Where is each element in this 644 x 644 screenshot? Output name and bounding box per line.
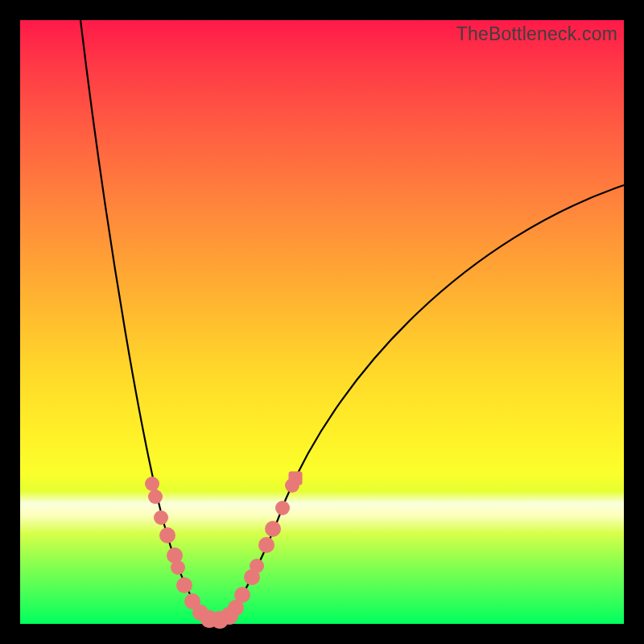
right-curve xyxy=(221,185,624,620)
watermark-text: TheBottleneck.com xyxy=(456,23,617,45)
data-points-layer xyxy=(145,471,303,629)
data-point xyxy=(159,527,175,543)
left-curve xyxy=(80,20,213,620)
data-point xyxy=(265,521,281,537)
data-point xyxy=(171,560,185,575)
data-point xyxy=(145,477,159,491)
data-point xyxy=(250,559,264,573)
data-point xyxy=(275,501,290,515)
data-point xyxy=(176,577,192,593)
chart-frame: TheBottleneck.com xyxy=(20,20,624,624)
data-point xyxy=(288,471,302,485)
data-point xyxy=(234,587,250,603)
plot-svg xyxy=(20,20,624,624)
data-point xyxy=(148,489,163,504)
data-point xyxy=(154,510,168,525)
data-point xyxy=(258,537,275,553)
